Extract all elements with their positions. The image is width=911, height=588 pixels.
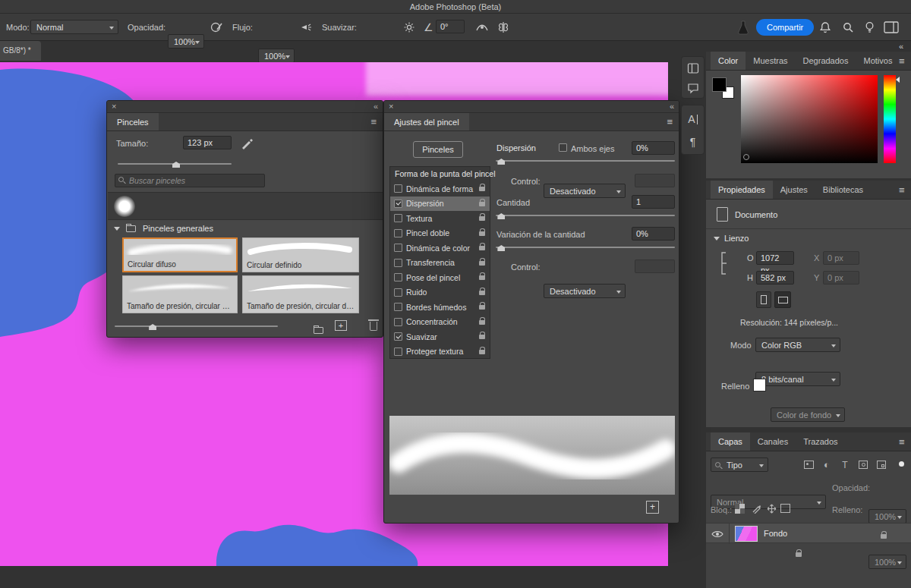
count-value-input[interactable]: 1 <box>632 195 675 209</box>
beta-flask-icon[interactable] <box>735 18 752 36</box>
tab-pinceles[interactable]: Pinceles <box>107 113 159 130</box>
lock-icon[interactable] <box>479 291 485 295</box>
document-tab[interactable]: GB/8*) * <box>0 41 41 61</box>
search-icon[interactable] <box>840 19 856 36</box>
layer-row-fondo[interactable]: Fondo <box>706 523 911 543</box>
filter-type-layers-icon[interactable]: T <box>838 458 852 471</box>
height-input[interactable]: 582 px <box>756 271 794 285</box>
smoothing-gear-icon[interactable] <box>401 19 418 36</box>
brush-size-flyout-icon[interactable] <box>238 135 256 152</box>
workspace-switcher-icon[interactable] <box>881 19 902 36</box>
tab-ajustes[interactable]: Ajustes <box>773 181 815 199</box>
brush-search-input[interactable] <box>115 174 265 187</box>
orientation-landscape-button[interactable] <box>774 291 791 308</box>
filter-smart-objects-icon[interactable] <box>875 458 888 471</box>
color-field-picker[interactable] <box>743 154 749 160</box>
color-field[interactable] <box>741 75 878 163</box>
tab-canales[interactable]: Canales <box>750 432 796 451</box>
option-row-dispersion[interactable]: Dispersión <box>390 197 490 212</box>
option-row-suavizar[interactable]: Suavizar <box>390 329 490 344</box>
option-row-concentracion[interactable]: Concentración <box>390 315 490 330</box>
hue-slider[interactable] <box>884 75 896 163</box>
tab-color[interactable]: Color <box>711 52 746 70</box>
count-jitter-slider[interactable] <box>496 244 675 251</box>
brushes-panel-header[interactable]: × « <box>107 101 383 113</box>
layer-fill-dropdown[interactable]: 100% <box>868 555 906 569</box>
checkbox[interactable] <box>394 347 402 356</box>
panel-menu-icon[interactable]: ≡ <box>370 116 377 127</box>
brush-angle-input[interactable]: 0° <box>436 20 465 33</box>
chevron-down-icon[interactable] <box>114 227 120 231</box>
brush-tile[interactable]: Tamaño de presión, circular defi... <box>242 275 359 313</box>
panel-menu-icon[interactable]: ≡ <box>667 116 673 127</box>
color-mode-dropdown[interactable]: Color RGB <box>755 338 840 352</box>
lock-all-icon[interactable] <box>796 552 802 557</box>
blend-mode-dropdown[interactable]: Normal <box>30 20 118 34</box>
checkbox[interactable] <box>394 332 402 341</box>
comments-icon[interactable] <box>682 79 704 97</box>
flow-dropdown[interactable]: 100% <box>258 49 295 63</box>
collapse-icon[interactable]: « <box>374 102 378 111</box>
pressure-opacity-icon[interactable] <box>208 19 225 36</box>
lock-transparent-pixels-icon[interactable] <box>735 504 745 514</box>
fill-type-dropdown[interactable]: Color de fondo <box>771 407 845 422</box>
bit-depth-dropdown[interactable]: 8 bits/canal <box>755 372 840 386</box>
close-icon[interactable]: × <box>389 102 393 111</box>
lock-icon[interactable] <box>479 231 485 236</box>
option-row-proteger-textura[interactable]: Proteger textura <box>390 344 490 360</box>
lock-icon[interactable] <box>479 350 485 354</box>
fill-color-swatch[interactable] <box>753 379 766 391</box>
pressure-size-icon[interactable] <box>474 19 490 36</box>
delete-brush-trash-icon[interactable] <box>370 322 377 331</box>
option-row-bordes-humedos[interactable]: Bordes húmedos <box>390 300 490 315</box>
chevron-down-icon[interactable] <box>714 237 720 241</box>
control-dropdown[interactable]: Desactivado <box>544 184 626 198</box>
option-row-pincel-doble[interactable]: Pincel doble <box>390 226 490 241</box>
brush-tile[interactable]: Circular difuso <box>122 237 238 272</box>
option-row-transferencia[interactable]: Transferencia <box>390 256 490 271</box>
checkbox[interactable] <box>394 303 402 311</box>
layer-locked-icon[interactable] <box>881 534 887 539</box>
collapse-dock-icon[interactable]: « <box>899 42 903 51</box>
brushes-button[interactable]: Pinceles <box>413 141 463 158</box>
lock-icon[interactable] <box>479 216 485 221</box>
lock-icon[interactable] <box>479 187 485 191</box>
create-new-brush-icon[interactable]: + <box>646 501 659 514</box>
scatter-slider[interactable] <box>496 157 675 165</box>
brush-group-row[interactable]: Pinceles generales <box>108 221 383 236</box>
tip-shape-item[interactable]: Forma de la punta del pincel <box>390 167 490 181</box>
new-brush-icon[interactable]: + <box>335 320 347 331</box>
both-axes-checkbox[interactable] <box>559 143 567 152</box>
option-row-pose-del-pincel[interactable]: Pose del pincel <box>390 270 490 285</box>
foreground-color-swatch[interactable] <box>712 77 727 92</box>
close-icon[interactable]: × <box>112 102 116 111</box>
brush-tile[interactable]: Circular definido <box>242 237 359 272</box>
width-input[interactable]: 1072 px <box>756 251 794 265</box>
scatter-value-input[interactable]: 0% <box>632 141 675 155</box>
option-row-textura[interactable]: Textura <box>390 211 490 226</box>
layer-opacity-dropdown[interactable]: 100% <box>868 509 906 524</box>
filter-adjustment-layers-icon[interactable]: ◐ <box>820 458 834 471</box>
lock-artboard-icon[interactable] <box>780 504 790 513</box>
airbrush-icon[interactable] <box>298 19 314 36</box>
filter-pixel-layers-icon[interactable] <box>802 458 815 471</box>
tab-propiedades[interactable]: Propiedades <box>711 181 773 199</box>
checkbox[interactable] <box>394 318 402 326</box>
collapse-icon[interactable]: « <box>670 102 674 111</box>
lock-icon[interactable] <box>479 335 485 339</box>
notifications-bell-icon[interactable] <box>817 19 834 36</box>
checkbox[interactable] <box>394 259 402 267</box>
option-row-dinamica-de-forma[interactable]: Dinámica de forma <box>390 181 490 197</box>
orientation-portrait-button[interactable] <box>756 291 771 308</box>
tab-muestras[interactable]: Muestras <box>746 52 795 70</box>
count-slider[interactable] <box>496 212 675 219</box>
count-jitter-input[interactable]: 0% <box>632 227 675 241</box>
version-history-icon[interactable] <box>682 59 704 77</box>
recent-brush-thumbnail[interactable] <box>114 196 135 217</box>
tab-trazados[interactable]: Trazados <box>796 432 845 451</box>
checkbox[interactable] <box>394 214 402 222</box>
panel-menu-icon[interactable]: ≡ <box>899 185 905 195</box>
panel-menu-icon[interactable]: ≡ <box>899 437 905 447</box>
checkbox[interactable] <box>394 229 402 237</box>
brush-preview-size-slider[interactable] <box>115 322 278 330</box>
